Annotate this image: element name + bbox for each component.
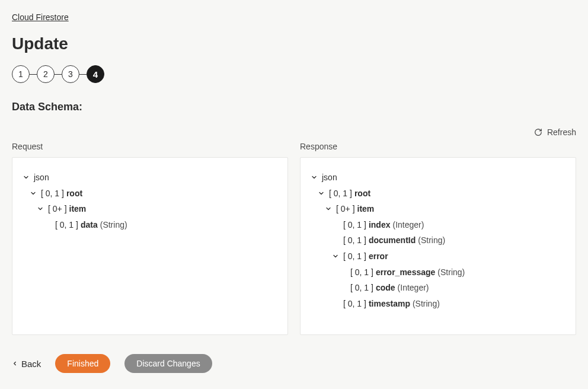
chevron-down-icon: [331, 252, 340, 260]
discard-button[interactable]: Discard Changes: [124, 354, 212, 373]
step-connector: [55, 74, 62, 75]
field-type: (Integer): [393, 217, 424, 233]
request-panel: json[ 0, 1 ] root[ 0+ ] item[ 0, 1 ] dat…: [12, 157, 288, 335]
tree-root[interactable]: json: [22, 170, 278, 186]
request-label: Request: [12, 142, 288, 151]
field-cardinality: [ 0, 1 ]: [329, 186, 352, 202]
field-cardinality: [ 0, 1 ]: [350, 264, 373, 280]
step-2[interactable]: 2: [37, 65, 55, 83]
field-cardinality: [ 0+ ]: [336, 201, 355, 217]
field-name: item: [69, 201, 87, 217]
field-name: code: [376, 280, 395, 296]
tree-node[interactable]: [ 0, 1 ] root: [310, 186, 566, 202]
back-label: Back: [21, 359, 41, 369]
field-cardinality: [ 0, 1 ]: [41, 186, 64, 202]
tree-node: [ 0, 1 ] index (Integer): [310, 217, 566, 233]
step-connector: [30, 74, 37, 75]
tree-node: [ 0, 1 ] documentId (String): [310, 232, 566, 248]
tree-node[interactable]: [ 0, 1 ] error: [310, 248, 566, 264]
field-name: root: [66, 186, 82, 202]
step-connector: [79, 74, 87, 75]
response-panel: json[ 0, 1 ] root[ 0+ ] item[ 0, 1 ] ind…: [300, 157, 576, 335]
field-name: index: [369, 217, 391, 233]
field-cardinality: [ 0, 1 ]: [343, 296, 366, 312]
chevron-down-icon: [29, 189, 37, 197]
tree-node: [ 0, 1 ] code (Integer): [310, 280, 566, 296]
step-1[interactable]: 1: [12, 65, 30, 83]
chevron-down-icon: [22, 173, 30, 181]
field-name: documentId: [369, 232, 416, 248]
tree-node[interactable]: [ 0+ ] item: [310, 201, 566, 217]
response-label: Response: [300, 142, 576, 151]
chevron-down-icon: [36, 205, 44, 213]
field-name: timestamp: [369, 296, 410, 312]
field-type: (Integer): [398, 280, 429, 296]
refresh-label: Refresh: [547, 127, 576, 137]
tree-root-label: json: [322, 170, 337, 186]
tree-node[interactable]: [ 0+ ] item: [22, 201, 278, 217]
field-cardinality: [ 0, 1 ]: [350, 280, 373, 296]
chevron-down-icon: [324, 205, 333, 213]
tree-node: [ 0, 1 ] timestamp (String): [310, 296, 566, 312]
field-name: error_message: [376, 264, 435, 280]
field-name: item: [357, 201, 375, 217]
step-3[interactable]: 3: [62, 65, 79, 83]
field-type: (String): [418, 232, 445, 248]
chevron-down-icon: [310, 173, 318, 181]
tree-node[interactable]: [ 0, 1 ] root: [22, 186, 278, 202]
field-type: (String): [413, 296, 440, 312]
field-name: error: [369, 248, 388, 264]
refresh-icon: [534, 128, 542, 136]
field-cardinality: [ 0, 1 ]: [343, 217, 366, 233]
field-cardinality: [ 0, 1 ]: [343, 232, 366, 248]
back-button[interactable]: Back: [12, 359, 41, 369]
field-name: root: [354, 186, 370, 202]
tree-node: [ 0, 1 ] data (String): [22, 217, 278, 233]
field-cardinality: [ 0, 1 ]: [55, 217, 78, 233]
field-cardinality: [ 0+ ]: [48, 201, 67, 217]
refresh-button[interactable]: Refresh: [534, 127, 576, 137]
section-label: Data Schema:: [12, 101, 576, 113]
finished-button[interactable]: Finished: [55, 354, 110, 373]
chevron-left-icon: [12, 361, 18, 366]
field-type: (String): [437, 264, 465, 280]
field-name: data: [81, 217, 98, 233]
chevron-down-icon: [317, 189, 325, 197]
tree-root[interactable]: json: [310, 170, 566, 186]
breadcrumb-link[interactable]: Cloud Firestore: [12, 12, 69, 22]
tree-node: [ 0, 1 ] error_message (String): [310, 264, 566, 280]
field-type: (String): [100, 217, 127, 233]
step-4[interactable]: 4: [87, 65, 104, 83]
page-title: Update: [12, 34, 576, 53]
tree-root-label: json: [34, 170, 49, 186]
field-cardinality: [ 0, 1 ]: [343, 248, 366, 264]
stepper: 1234: [12, 65, 576, 83]
